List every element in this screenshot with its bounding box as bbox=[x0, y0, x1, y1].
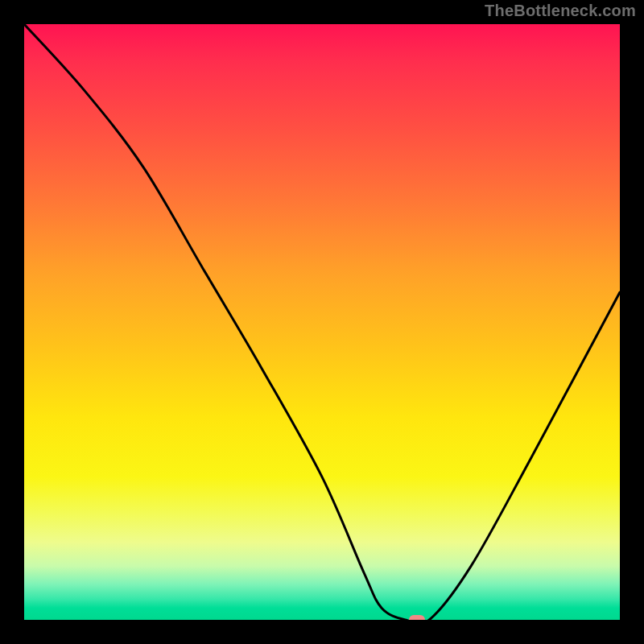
plot-area bbox=[24, 24, 620, 620]
optimal-marker bbox=[409, 615, 425, 620]
chart-frame: TheBottleneck.com bbox=[0, 0, 644, 644]
bottleneck-curve bbox=[24, 24, 620, 620]
attribution-label: TheBottleneck.com bbox=[485, 2, 636, 20]
